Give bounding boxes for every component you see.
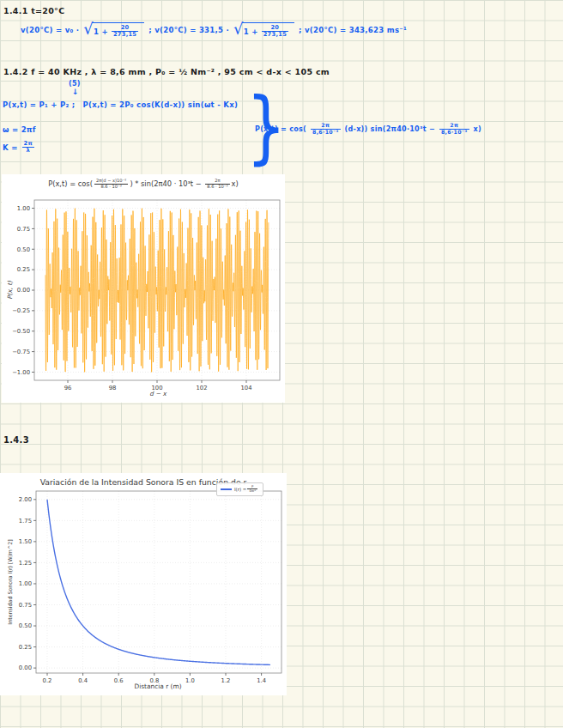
section-heading-142: 1.4.2 f = 40 KHz , λ = 8,6 mm , P₀ = ½ N… <box>3 67 330 76</box>
section-heading-141: 1.4.1 t=20°C <box>3 6 64 15</box>
svg-text:2.00: 2.00 <box>19 496 32 503</box>
fraction: P4πr² <box>247 485 257 494</box>
svg-text:−0.25: −0.25 <box>12 307 30 314</box>
svg-text:0.75: 0.75 <box>17 226 30 233</box>
plot1-ylabel: P(x, t) <box>6 281 14 300</box>
eq-part: ; v(20°C) = 331,5 · <box>148 26 229 34</box>
fraction: 20273,15 <box>262 25 288 39</box>
reference-note: (5) <box>69 80 81 88</box>
result-equation: P(x,t) = cos( 2π8,6·10⁻³ (d-x)) sin(2π40… <box>255 123 481 136</box>
plot2-canvas: 0.20.40.60.81.01.21.40.000.250.500.751.0… <box>0 473 287 695</box>
down-arrow-icon: ↓ <box>72 88 79 96</box>
svg-text:−0.75: −0.75 <box>12 349 30 355</box>
sqrt-group: √1 +20273,15 <box>233 22 294 39</box>
wavenumber-equation: K = 2πλ <box>3 141 36 155</box>
svg-text:1.50: 1.50 <box>19 538 32 545</box>
notebook-page: { "page":{"background":"#faf8eb","grid_l… <box>0 0 563 728</box>
intensity-plot[interactable]: Variación de la Intensidad Sonora IS en … <box>0 473 287 695</box>
sqrt-group: √1 +20273,15 <box>83 22 144 39</box>
fraction: 20273,15 <box>112 25 138 39</box>
svg-text:0.25: 0.25 <box>17 266 30 273</box>
svg-text:1.75: 1.75 <box>19 518 32 525</box>
plot1-canvas: 96981001021041.000.750.500.250.00−0.25−0… <box>2 174 285 403</box>
svg-text:0.00: 0.00 <box>19 664 32 671</box>
omega-equation: ω = 2πf <box>3 125 36 134</box>
plot1-xlabel: d − x <box>36 390 280 397</box>
svg-text:0.50: 0.50 <box>19 622 32 629</box>
svg-text:−0.50: −0.50 <box>12 328 30 335</box>
fraction: 2π8,6·10⁻³ <box>311 123 341 136</box>
speed-of-sound-equation: v(20°C) = v₀ · √1 +20273,15 ; v(20°C) = … <box>21 22 407 39</box>
eq-result: ; v(20°C) = 343,623 ms⁻¹ <box>299 26 407 34</box>
plot2-legend: I(r) = P4πr² <box>216 482 263 496</box>
svg-text:1.00: 1.00 <box>17 205 30 212</box>
pressure-wave-plot[interactable]: P(x,t) = cos(2π(d − x)10⁻²8.6 · 10⁻³) * … <box>2 174 285 403</box>
eq-part: v(20°C) = v₀ · <box>21 26 79 34</box>
legend-line-swatch <box>221 488 232 490</box>
svg-text:−1.00: −1.00 <box>12 369 30 376</box>
fraction: 2π8,6·10⁻³ <box>439 123 469 136</box>
svg-text:0.00: 0.00 <box>17 287 30 294</box>
svg-text:1.25: 1.25 <box>19 560 32 567</box>
svg-text:0.50: 0.50 <box>17 246 30 253</box>
plot2-xlabel: Distancia r (m) <box>34 682 282 690</box>
legend-label: I(r) = <box>234 487 246 492</box>
pressure-sum-equation: P(x,t) = P₁ + P₂ ; P(x,t) = 2P₀ cos(K(d-… <box>3 100 238 109</box>
svg-text:0.75: 0.75 <box>19 602 32 609</box>
section-heading-143: 1.4.3 <box>3 435 29 445</box>
svg-text:0.25: 0.25 <box>19 644 32 651</box>
plot2-ylabel: Intensidad Sonora I(r) [W/m^2] <box>7 539 13 624</box>
svg-text:1.00: 1.00 <box>19 580 32 587</box>
fraction: 2πλ <box>22 141 34 155</box>
